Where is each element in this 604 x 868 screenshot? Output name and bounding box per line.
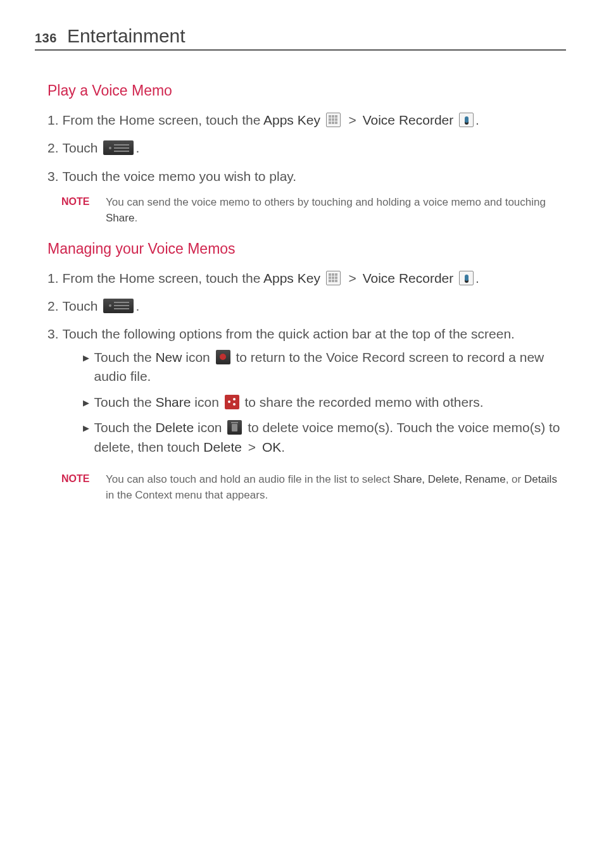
- step-number: 2.: [47, 297, 59, 316]
- step-number: 1.: [47, 269, 59, 288]
- step-number: 2.: [47, 139, 59, 158]
- step-body: Touch .: [63, 139, 566, 158]
- manage-step-1: 1. From the Home screen, touch the Apps …: [47, 269, 566, 288]
- bullet-share: ▶ Touch the Share icon to share the reco…: [83, 393, 566, 412]
- play-step-3: 3. Touch the voice memo you wish to play…: [47, 167, 566, 186]
- apps-key-icon: [326, 271, 341, 285]
- page-content: Play a Voice Memo 1. From the Home scree…: [35, 82, 566, 503]
- share-icon: [225, 395, 239, 409]
- step-body: From the Home screen, touch the Apps Key…: [63, 111, 566, 130]
- bullet-new: ▶ Touch the New icon to return to the Vo…: [83, 348, 566, 387]
- list-button-icon: [103, 140, 134, 155]
- delete-icon: [227, 420, 242, 435]
- step-number: 1.: [47, 111, 59, 130]
- step-number: 3.: [47, 325, 59, 344]
- note-label: NOTE: [61, 472, 106, 485]
- arrow-icon: ▶: [83, 393, 94, 409]
- play-step-2: 2. Touch .: [47, 139, 566, 158]
- play-note: NOTE You can send the voice memo to othe…: [47, 195, 566, 226]
- note-text: You can also touch and hold an audio fil…: [106, 472, 566, 503]
- play-heading: Play a Voice Memo: [47, 82, 566, 99]
- step-body: Touch the following options from the qui…: [63, 325, 566, 463]
- manage-step-3: 3. Touch the following options from the …: [47, 325, 566, 463]
- bullet-list: ▶ Touch the New icon to return to the Vo…: [63, 348, 566, 457]
- page-header: 136 Entertainment: [35, 25, 566, 51]
- list-button-icon: [103, 299, 134, 313]
- manage-note: NOTE You can also touch and hold an audi…: [47, 472, 566, 503]
- manage-heading: Managing your Voice Memos: [47, 240, 566, 257]
- arrow-icon: ▶: [83, 418, 94, 435]
- section-title: Entertainment: [67, 25, 186, 47]
- new-record-icon: [216, 350, 230, 364]
- voice-recorder-icon: [459, 271, 474, 285]
- step-body: Touch .: [63, 297, 566, 316]
- apps-key-icon: [326, 113, 341, 127]
- bullet-delete: ▶ Touch the Delete icon to delete voice …: [83, 418, 566, 457]
- step-body: Touch the voice memo you wish to play.: [63, 167, 566, 186]
- voice-recorder-icon: [459, 113, 474, 127]
- play-step-1: 1. From the Home screen, touch the Apps …: [47, 111, 566, 130]
- note-text: You can send the voice memo to others by…: [106, 195, 566, 226]
- step-body: From the Home screen, touch the Apps Key…: [63, 269, 566, 288]
- page-number: 136: [35, 31, 57, 46]
- step-number: 3.: [47, 167, 59, 186]
- arrow-icon: ▶: [83, 348, 94, 364]
- manage-step-2: 2. Touch .: [47, 297, 566, 316]
- note-label: NOTE: [61, 195, 106, 208]
